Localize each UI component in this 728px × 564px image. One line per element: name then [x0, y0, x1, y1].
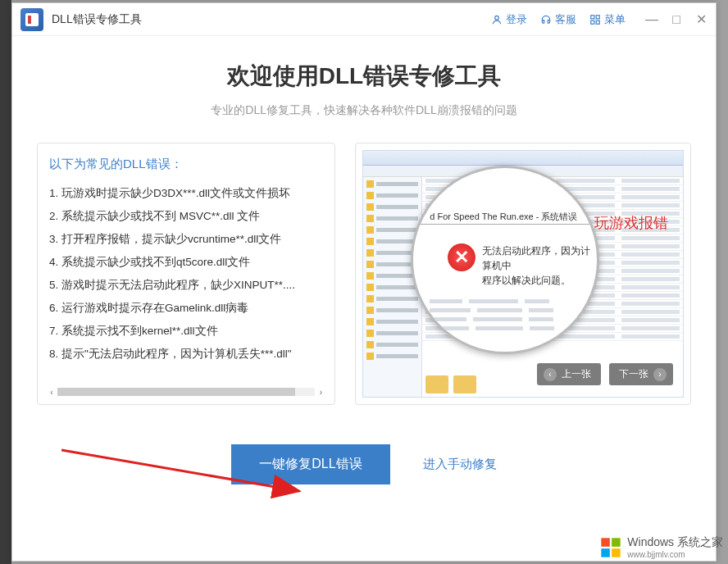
grid-icon: [589, 14, 601, 25]
list-item: 3. 打开程序报错，提示缺少vcruntime**.dll文件: [49, 228, 323, 251]
user-icon: [491, 14, 503, 25]
actions-row: 一键修复DLL错误 进入手动修复: [34, 444, 694, 484]
common-errors-panel: 以下为常见的DLL错误： 1. 玩游戏时提示缺少D3DX***.dll文件或文件…: [37, 143, 335, 405]
scroll-left-icon[interactable]: ‹: [46, 386, 57, 398]
folder-icon: [453, 375, 476, 393]
login-link[interactable]: 登录: [491, 12, 527, 27]
chevron-right-icon: ›: [653, 368, 667, 381]
manual-fix-link[interactable]: 进入手动修复: [423, 457, 497, 472]
next-button[interactable]: 下一张 ›: [609, 363, 673, 385]
close-button[interactable]: ✕: [694, 13, 708, 26]
svg-rect-10: [612, 548, 621, 557]
support-link[interactable]: 客服: [540, 12, 576, 27]
content-area: 欢迎使用DLL错误专修工具 专业的DLL修复工具，快速解决各种软件DLL崩溃报错…: [12, 36, 716, 484]
dialog-title: d For Speed The Run.exe - 系统错误: [430, 211, 577, 223]
fake-window-header: [363, 151, 683, 166]
carousel-nav: ‹ 上一张 下一张 ›: [537, 363, 673, 385]
main-window: DLL错误专修工具 登录 客服 菜单 — □ ✕ 欢迎使用DLL错误专修工具 专…: [11, 2, 717, 562]
prev-button[interactable]: ‹ 上一张: [537, 363, 601, 385]
error-icon: ✕: [448, 243, 475, 271]
svg-point-0: [495, 16, 499, 20]
panels-row: 以下为常见的DLL错误： 1. 玩游戏时提示缺少D3DX***.dll文件或文件…: [34, 143, 694, 405]
list-item: 2. 系统提示缺少或找不到 MSVC**.dll 文件: [49, 205, 323, 228]
error-caption: 玩游戏报错: [594, 213, 668, 233]
svg-rect-4: [596, 20, 599, 24]
windows-logo-icon: [599, 536, 622, 559]
svg-rect-7: [602, 538, 611, 547]
scroll-track[interactable]: [57, 388, 315, 396]
window-controls: — □ ✕: [645, 13, 708, 26]
desktop-edge: [0, 0, 11, 564]
titlebar: DLL错误专修工具 登录 客服 菜单 — □ ✕: [12, 3, 716, 36]
list-item: 8. 提示"无法启动此程序，因为计算机丢失***.dll": [49, 343, 323, 366]
svg-rect-2: [596, 15, 599, 18]
magnifier-overlay: d For Speed The Run.exe - 系统错误 ✕ 无法启动此程序…: [411, 166, 599, 354]
panel-heading: 以下为常见的DLL错误：: [49, 157, 323, 172]
svg-rect-3: [591, 20, 594, 24]
menu-link[interactable]: 菜单: [589, 12, 626, 27]
list-item: 5. 游戏时提示无法启动此程序，缺少XINPUT**....: [49, 274, 323, 297]
svg-rect-9: [602, 548, 611, 557]
list-item: 1. 玩游戏时提示缺少D3DX***.dll文件或文件损坏: [49, 182, 323, 205]
scroll-right-icon[interactable]: ›: [315, 386, 326, 398]
svg-rect-8: [612, 538, 621, 547]
list-item: 4. 系统提示缺少或找不到qt5core.dll文件: [49, 251, 323, 274]
horizontal-scrollbar[interactable]: ‹ ›: [46, 386, 326, 398]
error-list: 1. 玩游戏时提示缺少D3DX***.dll文件或文件损坏 2. 系统提示缺少或…: [49, 182, 323, 366]
watermark-brand: Windows 系统之家: [627, 535, 723, 550]
watermark-url: www.bjjmlv.com: [627, 550, 723, 559]
fake-sidebar: [363, 177, 422, 397]
dialog-message: 无法启动此程序，因为计算机中 程序以解决此问题。: [482, 243, 597, 288]
svg-rect-1: [591, 15, 594, 18]
screenshot-preview: 玩游戏报错 d For Speed The Run.exe - 系统错误 ✕ 无…: [362, 150, 684, 398]
page-title: 欢迎使用DLL错误专修工具: [34, 61, 694, 92]
minimize-button[interactable]: —: [645, 13, 658, 26]
screenshot-panel: 玩游戏报错 d For Speed The Run.exe - 系统错误 ✕ 无…: [355, 143, 691, 405]
headset-icon: [540, 14, 552, 25]
app-icon: [20, 8, 43, 31]
list-item: 6. 运行游戏时提示存在Gamelink.dll病毒: [49, 297, 323, 320]
chevron-left-icon: ‹: [544, 368, 557, 381]
page-subtitle: 专业的DLL修复工具，快速解决各种软件DLL崩溃报错的问题: [34, 103, 694, 118]
fix-dll-button[interactable]: 一键修复DLL错误: [231, 444, 389, 484]
list-item: 7. 系统提示找不到kernel**.dll文件: [49, 320, 323, 343]
maximize-button[interactable]: □: [670, 13, 683, 26]
app-title: DLL错误专修工具: [52, 12, 142, 27]
watermark: Windows 系统之家 www.bjjmlv.com: [599, 535, 723, 559]
folder-icon: [425, 375, 448, 393]
scroll-thumb[interactable]: [57, 388, 295, 396]
